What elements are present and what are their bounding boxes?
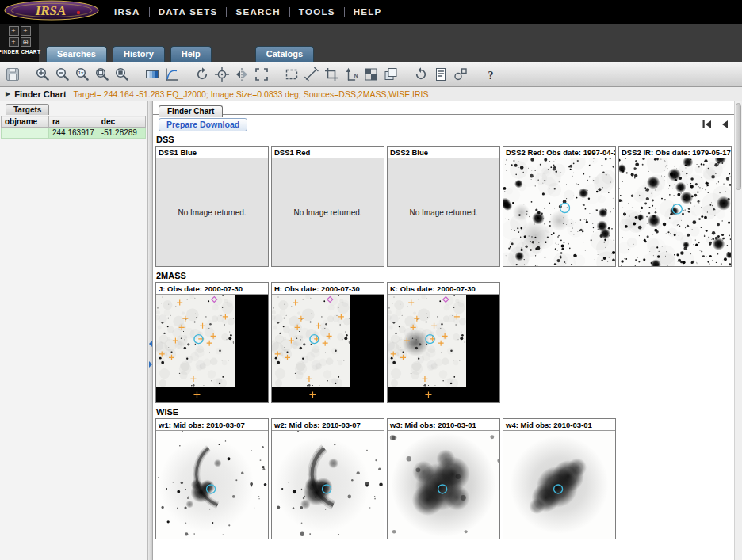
svg-text:?: ?	[488, 69, 493, 81]
section-dss: DSSDSS1 BlueNo Image returned.DSS1 RedNo…	[155, 135, 733, 267]
nav-tools[interactable]: TOOLS	[299, 7, 335, 17]
no-image-message: No Image returned.	[388, 158, 499, 266]
image-row: w1: Mid obs: 2010-03-07w2: Mid obs: 2010…	[155, 418, 733, 539]
mask-icon[interactable]	[361, 64, 381, 84]
collapse-left-icon[interactable]	[149, 341, 152, 347]
panel-splitter[interactable]	[147, 101, 153, 560]
mini-add-frame-icon[interactable]: +	[21, 26, 31, 36]
image-cell-2mass-h[interactable]: H: Obs date: 2000-07-30	[271, 282, 384, 403]
image-cell-dss2-ir[interactable]: DSS2 IR: Obs date: 1979-05-17	[618, 146, 732, 267]
mini-add-frame-icon[interactable]: +	[9, 26, 19, 36]
fits-image-dss2-ir[interactable]	[619, 158, 731, 266]
tab-targets[interactable]: Targets	[6, 104, 49, 115]
flip-icon[interactable]	[231, 64, 251, 84]
expander-icon[interactable]: ▶	[6, 90, 10, 97]
image-title: DSS2 IR: Obs date: 1979-05-17	[619, 147, 731, 158]
fits-image-wise-w1[interactable]	[156, 431, 268, 539]
tab-history[interactable]: History	[113, 46, 165, 62]
rotate-icon[interactable]	[192, 64, 212, 84]
fits-image-wise-w2[interactable]	[272, 431, 384, 539]
previous-page-icon[interactable]	[720, 119, 729, 130]
top-nav: IRSADATA SETSSEARCHTOOLSHELP	[114, 7, 382, 17]
scrollbar-thumb[interactable]	[736, 103, 741, 190]
tab-finder-chart[interactable]: Finder Chart	[159, 105, 223, 117]
fits-image-wise-w4[interactable]	[503, 431, 615, 539]
image-body	[272, 295, 384, 402]
nav-help[interactable]: HELP	[354, 7, 382, 17]
restore-icon[interactable]	[411, 64, 430, 84]
image-cell-dss1-blue[interactable]: DSS1 BlueNo Image returned.	[155, 146, 269, 267]
expand-right-icon[interactable]	[149, 361, 152, 368]
fits-image-2mass-h[interactable]	[272, 295, 384, 402]
cell-ra: 244.163917	[49, 128, 98, 139]
toolbar-separator	[132, 74, 142, 74]
section-2mass: 2MASSJ: Obs date: 2000-07-30H: Obs date:…	[155, 271, 733, 403]
column-header-ra[interactable]: ra	[49, 116, 98, 128]
finder-chart-app: IRSA IRSADATA SETSSEARCHTOOLSHELP + + + …	[0, 0, 742, 560]
image-row: J: Obs date: 2000-07-30H: Obs date: 2000…	[155, 282, 733, 403]
zoom-original-icon[interactable]: 1x	[72, 64, 92, 84]
image-cell-wise-w2[interactable]: w2: Mid obs: 2010-03-07	[271, 418, 384, 539]
image-title: DSS1 Red	[272, 147, 384, 158]
image-body: No Image returned.	[388, 158, 499, 266]
tab-help[interactable]: Help	[170, 46, 212, 62]
svg-text:N: N	[354, 73, 358, 78]
tab-searches[interactable]: Searches	[46, 46, 107, 62]
layers-icon[interactable]	[381, 64, 400, 84]
column-header-dec[interactable]: dec	[98, 116, 145, 128]
image-cell-2mass-k[interactable]: K: Obs date: 2000-07-30	[387, 282, 500, 403]
recenter-icon[interactable]	[212, 64, 231, 84]
nav-data-sets[interactable]: DATA SETS	[159, 7, 218, 17]
stretch-icon[interactable]	[162, 64, 182, 84]
tab-catalogs[interactable]: Catalogs	[255, 46, 314, 62]
target-row[interactable]: 244.163917-51.28289	[2, 128, 146, 139]
fits-image-wise-w3[interactable]	[388, 431, 499, 539]
irsa-logo[interactable]: IRSA	[3, 0, 100, 24]
save-icon[interactable]	[2, 64, 22, 84]
zoom-out-icon[interactable]	[52, 64, 72, 84]
vertical-scrollbar[interactable]	[734, 101, 742, 560]
image-title: H: Obs date: 2000-07-30	[272, 283, 384, 295]
image-cell-wise-w4[interactable]: w4: Mid obs: 2010-03-01	[503, 418, 616, 539]
image-cell-dss1-red[interactable]: DSS1 RedNo Image returned.	[271, 146, 384, 267]
nav-separator	[226, 7, 227, 17]
toolbar-separator	[400, 74, 411, 74]
image-cell-wise-w1[interactable]: w1: Mid obs: 2010-03-07	[155, 418, 269, 539]
distance-tool-icon[interactable]	[301, 64, 321, 84]
first-page-icon[interactable]	[701, 119, 713, 130]
zoom-fill-icon[interactable]	[112, 64, 132, 84]
help-icon[interactable]: ?	[480, 64, 500, 84]
column-header-objname[interactable]: objname	[2, 116, 49, 128]
crop-icon[interactable]	[321, 64, 341, 84]
splitter-collapse-handle[interactable]	[148, 339, 152, 369]
fits-header-icon[interactable]	[430, 64, 450, 84]
prepare-download-button[interactable]: Prepare Download	[159, 118, 247, 131]
fits-image-dss2-red[interactable]	[503, 158, 615, 266]
zoom-in-icon[interactable]	[33, 64, 52, 84]
nav-irsa[interactable]: IRSA	[114, 7, 140, 17]
color-table-icon[interactable]	[142, 64, 162, 84]
select-area-icon[interactable]	[281, 64, 301, 84]
north-arrow-icon[interactable]: N	[341, 64, 361, 84]
mini-plus-icon[interactable]: +	[9, 37, 19, 47]
image-body	[503, 158, 615, 266]
fits-image-2mass-k[interactable]	[388, 295, 499, 402]
section-label: 2MASS	[156, 271, 733, 280]
image-cell-2mass-j[interactable]: J: Obs date: 2000-07-30	[155, 282, 269, 403]
region-icon[interactable]	[450, 64, 470, 84]
nav-search[interactable]: SEARCH	[235, 7, 280, 17]
image-cell-wise-w3[interactable]: w3: Mid obs: 2010-03-01	[387, 418, 500, 539]
cell-objname	[2, 128, 49, 139]
image-cell-dss2-blue[interactable]: DSS2 BlueNo Image returned.	[387, 146, 500, 267]
nav-separator	[344, 7, 345, 17]
image-cell-dss2-red[interactable]: DSS2 Red: Obs date: 1997-04-28	[503, 146, 616, 267]
content-area: Targets objnameradec 244.163917-51.28289…	[0, 101, 742, 560]
fits-image-2mass-j[interactable]	[156, 295, 268, 402]
image-title: w2: Mid obs: 2010-03-07	[272, 419, 384, 431]
image-body	[156, 295, 268, 402]
mini-target-icon[interactable]: ⊕	[21, 37, 31, 47]
section-wise: WISEw1: Mid obs: 2010-03-07w2: Mid obs: …	[155, 407, 733, 539]
expand-icon[interactable]	[251, 64, 271, 84]
image-title: w1: Mid obs: 2010-03-07	[156, 419, 268, 431]
zoom-fit-icon[interactable]	[92, 64, 112, 84]
